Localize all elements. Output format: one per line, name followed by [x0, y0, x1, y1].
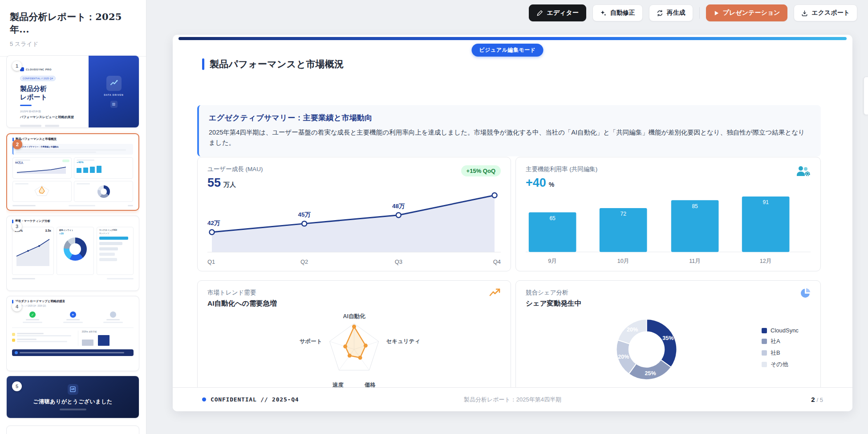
card-label: 市場トレンド需要 [207, 289, 501, 297]
users-icon [795, 164, 811, 180]
slide-count: 5 スライド [10, 40, 136, 48]
page-indicator: 2/ 5 [632, 396, 823, 403]
card-user-growth[interactable]: ユーザー成長 (MAU) 55万人 +15% QoQ 42万Q145万Q248万… [197, 157, 511, 271]
thumb1-sub2: パフォーマンスレビューと戦略的展望 [20, 115, 84, 119]
plus-icon: + [70, 311, 76, 318]
thumb1-title-line2: レポート [20, 93, 47, 101]
legend-label: その他 [771, 360, 788, 368]
legend-item: その他 [762, 360, 799, 368]
thumb4-title: プロダクトロードマップと戦略的提言 [15, 299, 65, 303]
presentation-button[interactable]: プレゼンテーション [706, 4, 788, 21]
slide-footer: CONFIDENTIAL // 2025-Q4 製品分析レポート：2025年第4… [173, 387, 852, 411]
slide-thumbnail-2-selected[interactable]: 2 製品パフォーマンスと市場概況 エグゼクティブサマリー：主要業績と市場動向 5… [6, 133, 139, 211]
share-title: シェア変動発生中 [526, 299, 811, 308]
svg-text:AI自動化: AI自動化 [343, 313, 365, 319]
check-icon: ✓ [29, 311, 36, 318]
card-feature-usage[interactable]: 主要機能利用率 (共同編集) +40% 659月7210月8511月9112月 [515, 157, 821, 271]
card-label: 主要機能利用率 (共同編集) [526, 165, 811, 173]
feature-unit: % [549, 181, 554, 188]
footer-report-title: 製品分析レポート：2025年第4四半期 [393, 396, 632, 404]
svg-text:45万: 45万 [298, 211, 311, 218]
thumb3-right-label: マーケティングROI [99, 229, 131, 231]
svg-text:85: 85 [692, 203, 698, 209]
export-button[interactable]: エクスポート [794, 4, 857, 21]
card-market-trend[interactable]: 市場トレンド需要 AI自動化への需要急増 AI自動化セキュリティ価格速度サポート [197, 280, 511, 405]
legend-label: 社B [771, 349, 780, 357]
svg-text:42万: 42万 [207, 220, 220, 226]
trending-up-icon [489, 288, 501, 299]
thumb1-logo-text: CLOUDSYNC PRO [26, 68, 52, 71]
summary-body: 2025年第4四半期は、ユーザー基盤の着実な成長と主要機能の利用率向上を達成しま… [209, 127, 811, 148]
thumb3-mid-stat: +35 [59, 232, 91, 235]
radar-chart: AI自動化セキュリティ価格速度サポート [207, 312, 501, 391]
slide-number-badge: 4 [12, 302, 22, 311]
pie-chart-icon [800, 288, 811, 300]
sidebar-header: 製品分析レポート：2025年... 5 スライド [0, 0, 146, 57]
legend-swatch [762, 328, 767, 333]
toolbar-divider [699, 7, 700, 19]
title-accent-bar [202, 58, 204, 70]
svg-text:65: 65 [549, 215, 556, 221]
document-title: 製品分析レポート：2025年... [10, 11, 136, 36]
play-icon [714, 10, 719, 16]
slide-thumbnail-1[interactable]: 1 CLOUDSYNC PRO CONFIDENTIAL // 2025 Q4 … [6, 55, 139, 128]
svg-text:10月: 10月 [617, 258, 629, 264]
slide-number-badge: 2 [12, 139, 22, 149]
thumb4-subtitle: ロードマップ (2025 Q4 - 2026 Q2) [15, 305, 134, 307]
svg-text:12月: 12月 [760, 258, 772, 264]
thumb2-summary-title: エグゼクティブサマリー：主要業績と市場動向 [16, 146, 130, 148]
legend-item: 社B [762, 349, 799, 357]
svg-text:25%: 25% [645, 370, 656, 377]
svg-text:セキュリティ: セキュリティ [386, 338, 420, 344]
thumb3-mid-label: 顧客インサイト [59, 229, 91, 231]
svg-text:72: 72 [620, 211, 626, 217]
svg-text:20%: 20% [618, 354, 629, 360]
svg-text:35%: 35% [662, 335, 673, 341]
thumb3-right-sub: コンテンツ [99, 232, 131, 234]
regenerate-button[interactable]: 再生成 [649, 4, 693, 21]
mau-unit: 万人 [223, 181, 236, 189]
editor-button[interactable]: エディター [529, 4, 586, 21]
thumb1-title-line1: 製品分析 [20, 85, 47, 92]
slide-thumbnail-3[interactable]: 3 需要・マーケティング分析 105%3.5x 顧客インサイト +35 マーケテ… [6, 216, 139, 291]
current-page: 2 [811, 396, 815, 403]
slide-thumbnail-4[interactable]: 4 プロダクトロードマップと戦略的提言 ロードマップ (2025 Q4 - 20… [6, 296, 139, 371]
qoq-badge: +15% QoQ [461, 165, 501, 176]
legend-swatch [762, 362, 767, 367]
blue-dot-icon [202, 397, 206, 401]
svg-text:91: 91 [763, 199, 769, 205]
card-competitive-share[interactable]: 競合シェア分析 シェア変動発生中 35%25%20%20% CloudSync社… [515, 280, 821, 405]
mau-value: 55 [207, 176, 221, 190]
auto-fix-button[interactable]: 自動修正 [592, 4, 643, 21]
slide-title[interactable]: 製品パフォーマンスと市場概況 [210, 58, 344, 70]
download-icon [801, 10, 808, 16]
chart-icon [106, 76, 122, 91]
svg-text:Q4: Q4 [493, 258, 501, 265]
thumb1-confidential-badge: CONFIDENTIAL // 2025 Q4 [20, 76, 56, 81]
thumb1-right-caption: DATA DRIVEN [104, 94, 123, 96]
total-pages: / 5 [817, 397, 823, 403]
slide-number-badge: 5 [12, 381, 22, 391]
svg-text:20%: 20% [627, 327, 638, 333]
thumb1-right: DATA DRIVEN ▥ [89, 56, 139, 127]
refresh-icon [657, 10, 663, 16]
confidential-label: CONFIDENTIAL // 2025-Q4 [211, 396, 299, 403]
card-label: 競合シェア分析 [526, 289, 811, 297]
slide-thumbnail-5[interactable]: 5 ご清聴ありがとうございました [6, 376, 139, 418]
sparkles-icon [600, 10, 607, 16]
visual-edit-mode-badge[interactable]: ビジュアル編集モード [472, 44, 544, 57]
legend-label: 社A [771, 337, 780, 345]
svg-text:Q1: Q1 [207, 258, 215, 265]
right-panel-handle[interactable] [864, 77, 868, 115]
executive-summary[interactable]: エグゼクティブサマリー：主要業績と市場動向 2025年第4四半期は、ユーザー基盤… [197, 105, 821, 156]
slide-thumbnail-partial[interactable] [6, 426, 139, 434]
thumb1-sub1: 2025年第4四半期 [20, 110, 84, 114]
dot-icon [110, 311, 116, 318]
legend-item: CloudSync [762, 327, 799, 334]
bar-chart: 659月7210月8511月9112月 [526, 190, 811, 268]
thumb2-title: 製品パフォーマンスと市場概況 [16, 137, 57, 141]
feature-value: +40 [526, 176, 546, 190]
summary-title: エグゼクティブサマリー：主要業績と市場動向 [209, 113, 811, 123]
svg-text:9月: 9月 [548, 258, 557, 264]
thumb5-message: ご清聴ありがとうございました [33, 398, 112, 405]
